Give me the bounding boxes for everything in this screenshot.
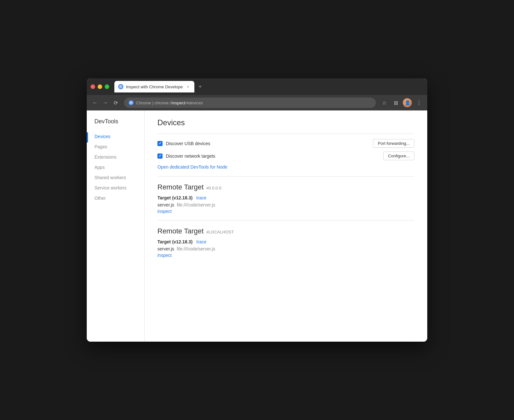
nav-buttons: ← → ⟳ (91, 98, 120, 107)
address-bar: ← → ⟳ Chrome | chrome://inspect/#devices… (87, 95, 427, 110)
remote-target-1: Remote Target #0.0.0.0 Target (v12.18.3)… (157, 183, 414, 214)
network-option-row: Discover network targets Configure... (157, 152, 414, 160)
title-bar: Inspect with Chrome Develope × + (87, 78, 427, 95)
back-button[interactable]: ← (91, 98, 100, 107)
sidebar-item-pages[interactable]: Pages (87, 142, 144, 152)
usb-option-left: Discover USB devices (157, 141, 210, 146)
configure-button[interactable]: Configure... (383, 152, 414, 160)
target-2-trace-link[interactable]: trace (196, 239, 206, 244)
bookmark-icon[interactable]: ☆ (380, 98, 389, 107)
target-1-file-row: server.js file:///code/server.js (157, 202, 414, 207)
address-text: Chrome | chrome://inspect/#devices (136, 101, 203, 105)
sidebar-item-extensions[interactable]: Extensions (87, 152, 144, 162)
section-divider-1 (157, 176, 414, 177)
target-2-name: Target (v12.18.3) trace (157, 239, 414, 244)
target-2-filepath: file:///code/server.js (177, 246, 215, 251)
usb-option-label: Discover USB devices (166, 141, 210, 146)
close-button[interactable] (91, 84, 95, 89)
tab-favicon-icon (118, 84, 123, 89)
more-menu-icon[interactable]: ⋮ (414, 98, 423, 107)
sidebar-item-shared-workers-label: Shared workers (94, 175, 126, 180)
network-checkbox[interactable] (157, 153, 163, 159)
network-option-label: Discover network targets (166, 153, 215, 159)
sidebar-item-service-workers-label: Service workers (94, 185, 127, 190)
address-path: /#devices (185, 101, 203, 105)
minimize-button[interactable] (98, 84, 102, 89)
maximize-button[interactable] (105, 84, 109, 89)
target-2-filename: server.js (157, 246, 174, 251)
reload-button[interactable]: ⟳ (111, 98, 120, 107)
sidebar-item-extensions-label: Extensions (94, 154, 116, 160)
tab-close-button[interactable]: × (185, 84, 191, 89)
sidebar: DevTools Devices Pages Extensions Apps S… (87, 110, 145, 342)
tab-label: Inspect with Chrome Develope (126, 84, 183, 89)
sidebar-item-other[interactable]: Other (87, 193, 144, 203)
sidebar-item-pages-label: Pages (94, 144, 107, 149)
sidebar-item-devices-label: Devices (94, 134, 111, 139)
address-favicon-icon (128, 100, 134, 105)
port-forwarding-button[interactable]: Port forwarding... (373, 139, 414, 148)
active-tab[interactable]: Inspect with Chrome Develope × (114, 81, 194, 92)
network-option-left: Discover network targets (157, 153, 215, 159)
devtools-title: DevTools (87, 118, 144, 131)
remote-target-1-title: Remote Target (157, 183, 204, 191)
remote-target-1-host: #0.0.0.0 (206, 186, 221, 190)
traffic-lights (91, 84, 109, 89)
page-content: DevTools Devices Pages Extensions Apps S… (87, 110, 427, 342)
target-1-inspect-link[interactable]: inspect (157, 209, 414, 214)
browser-brand: Chrome (136, 101, 151, 105)
remote-target-2-title: Remote Target (157, 227, 204, 235)
browser-window: Inspect with Chrome Develope × + ← → ⟳ C… (87, 78, 427, 342)
avatar[interactable]: 👤 (403, 98, 412, 107)
top-divider (157, 134, 414, 134)
address-scheme: chrome:// (155, 101, 172, 105)
remote-target-1-heading: Remote Target #0.0.0.0 (157, 183, 414, 191)
tab-bar: Inspect with Chrome Develope × + (114, 81, 423, 92)
usb-option-row: Discover USB devices Port forwarding... (157, 139, 414, 148)
toolbar-icons: ☆ ⊞ 👤 ⋮ (380, 98, 423, 107)
extensions-icon[interactable]: ⊞ (391, 98, 400, 107)
section-divider-2 (157, 220, 414, 221)
address-separator: | (152, 101, 155, 105)
sidebar-item-apps[interactable]: Apps (87, 162, 144, 172)
sidebar-item-devices[interactable]: Devices (87, 131, 144, 142)
sidebar-item-service-workers[interactable]: Service workers (87, 183, 144, 193)
target-1-filename: server.js (157, 202, 174, 207)
target-2-file-row: server.js file:///code/server.js (157, 246, 414, 251)
page-title: Devices (157, 118, 414, 127)
sidebar-active-indicator (87, 132, 88, 143)
remote-target-2-heading: Remote Target #LOCALHOST (157, 227, 414, 235)
remote-target-2-host: #LOCALHOST (206, 230, 234, 234)
forward-button[interactable]: → (101, 98, 110, 107)
new-tab-button[interactable]: + (196, 82, 205, 91)
usb-checkbox[interactable] (157, 141, 163, 146)
target-2-inspect-link[interactable]: inspect (157, 253, 414, 258)
sidebar-item-shared-workers[interactable]: Shared workers (87, 172, 144, 183)
node-devtools-link[interactable]: Open dedicated DevTools for Node (157, 164, 227, 170)
target-1-trace-link[interactable]: trace (196, 195, 206, 200)
remote-target-2: Remote Target #LOCALHOST Target (v12.18.… (157, 227, 414, 258)
main-content: Devices Discover USB devices Port forwar… (145, 110, 427, 342)
target-1-name: Target (v12.18.3) trace (157, 195, 414, 200)
address-input[interactable]: Chrome | chrome://inspect/#devices (124, 98, 376, 108)
address-host: inspect (172, 101, 185, 105)
sidebar-item-other-label: Other (94, 196, 106, 201)
target-1-filepath: file:///code/server.js (177, 202, 215, 207)
sidebar-item-apps-label: Apps (94, 165, 105, 170)
